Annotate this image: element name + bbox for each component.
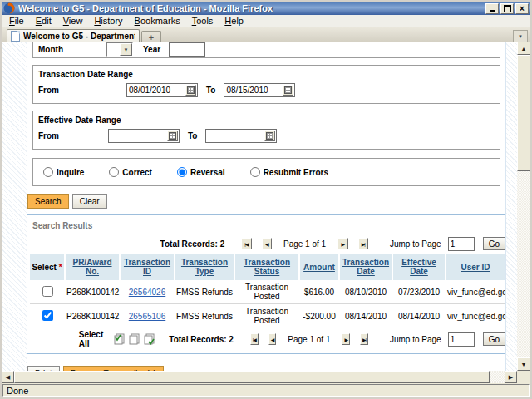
cell-select [30, 280, 65, 304]
menu-item-view[interactable]: View [57, 16, 89, 26]
divider [27, 214, 505, 215]
scroll-track[interactable] [490, 371, 505, 383]
mode-section: Inquire Correct Reversal Resubmit Errors [32, 158, 500, 186]
cell-amount: -$200.00 [299, 304, 339, 328]
pagination-top: Total Records: 2 |◀ ◀ Page 1 of 1 ▶ ▶| J… [27, 237, 505, 250]
transaction-from-field [126, 83, 198, 97]
horizontal-scroll-thumb[interactable] [14, 371, 490, 383]
calendar-button[interactable] [167, 131, 178, 141]
deselect-all-icon[interactable] [128, 333, 140, 345]
search-button[interactable]: Search [27, 194, 69, 209]
vertical-scrollbar[interactable]: ▲ ▼ [517, 42, 530, 371]
effective-from-field [108, 129, 180, 143]
clear-button[interactable]: Clear [72, 194, 107, 209]
correct-radio[interactable] [109, 167, 119, 177]
column-header-user-id: User ID [446, 254, 505, 280]
last-page-button[interactable]: ▶| [358, 238, 368, 249]
status-bar: Done [2, 383, 530, 397]
go-button[interactable]: Go [483, 332, 505, 346]
inquire-radio[interactable] [43, 167, 53, 177]
mode-option-resubmit-errors: Resubmit Errors [250, 167, 328, 177]
cell-select [30, 304, 65, 328]
vertical-scroll-thumb[interactable] [517, 55, 530, 171]
jump-to-page-label: Jump to Page [390, 239, 441, 249]
transaction-id-link[interactable]: 26565106 [129, 312, 166, 321]
select-all-on-page-icon[interactable] [113, 333, 126, 345]
column-header-amount: Amount [299, 254, 339, 280]
cell-user-id: viv_func@ed.gov [446, 304, 505, 328]
transaction-to-field [224, 83, 295, 97]
first-page-button[interactable]: |◀ [250, 333, 259, 345]
cell-transaction-status: Transaction Posted [234, 304, 299, 328]
horizontal-scrollbar[interactable]: ◀ ▶ [2, 371, 530, 383]
menu-item-edit[interactable]: Edit [30, 16, 57, 26]
prev-page-button[interactable]: ◀ [262, 238, 272, 249]
total-records-label: Total Records: 2 [169, 335, 234, 344]
scroll-up-icon: ▲ [521, 46, 527, 52]
last-page-button[interactable]: ▶| [360, 333, 368, 345]
fiscal-period-section: Month ▼ Year [32, 42, 500, 58]
next-page-button[interactable]: ▶ [342, 333, 350, 345]
resubmit-errors-radio[interactable] [250, 167, 260, 177]
cell-user-id: viv_func@ed.gov [446, 280, 505, 304]
calendar-icon [284, 86, 292, 94]
row-select-checkbox[interactable] [42, 286, 53, 297]
calendar-button[interactable] [185, 85, 196, 96]
maximize-button[interactable] [500, 3, 514, 14]
menu-item-history[interactable]: History [88, 16, 128, 26]
scroll-down-button[interactable]: ▼ [517, 357, 530, 371]
scroll-left-button[interactable]: ◀ [2, 371, 14, 383]
active-tab[interactable]: Welcome to G5 - Department of Edu... [7, 29, 140, 42]
menu-item-file[interactable]: File [3, 16, 30, 26]
status-text: Done [7, 386, 28, 396]
calendar-button[interactable] [264, 131, 275, 141]
first-page-button[interactable]: |◀ [241, 238, 251, 249]
new-tab-button[interactable]: + [141, 31, 161, 42]
prev-page-button[interactable]: ◀ [268, 333, 277, 345]
resubmit-errors-label: Resubmit Errors [264, 168, 328, 177]
minimize-button[interactable] [485, 3, 499, 14]
close-button[interactable]: × [515, 3, 529, 14]
first-page-icon: |◀ [244, 241, 248, 247]
jump-to-page-input[interactable] [448, 237, 475, 251]
calendar-button[interactable] [283, 85, 293, 96]
scroll-up-button[interactable]: ▲ [517, 42, 530, 55]
effective-from-input[interactable] [109, 131, 167, 140]
scrollbar-corner [517, 371, 530, 383]
next-page-button[interactable]: ▶ [337, 238, 347, 249]
scroll-right-button[interactable]: ▶ [505, 371, 517, 383]
year-label: Year [143, 45, 160, 54]
cell-transaction-type: FMSS Refunds [175, 304, 234, 328]
cell-transaction-status: Transaction Posted [234, 280, 299, 304]
transaction-to-input[interactable] [224, 86, 283, 95]
cell-transaction-date: 08/10/2010 [339, 280, 392, 304]
page-icon [11, 31, 20, 42]
year-input[interactable] [169, 42, 205, 57]
jump-to-page-input[interactable] [448, 332, 475, 347]
effective-to-input[interactable] [206, 131, 264, 140]
list-tabs-button[interactable]: ▼ [513, 30, 528, 42]
calendar-icon [169, 132, 176, 140]
table-header-row: Select * PR/Award No. Transaction ID Tra… [30, 254, 505, 280]
chevron-down-icon: ▼ [120, 43, 132, 56]
table-row: P268K100142 26564026 FMSS Refunds Transa… [30, 280, 505, 304]
go-button[interactable]: Go [483, 237, 505, 250]
column-header-transaction-status: Transaction Status [234, 254, 299, 280]
calendar-icon [187, 86, 195, 94]
scroll-left-icon: ◀ [6, 374, 10, 381]
menu-item-bookmarks[interactable]: Bookmarks [129, 16, 186, 26]
correct-label: Correct [122, 168, 152, 177]
transaction-from-input[interactable] [127, 86, 185, 95]
month-select[interactable]: ▼ [106, 42, 133, 57]
reversal-radio[interactable] [177, 167, 187, 177]
menu-item-tools[interactable]: Tools [186, 16, 219, 26]
menu-item-help[interactable]: Help [219, 16, 249, 26]
select-all-pages-icon[interactable] [143, 333, 155, 345]
mode-option-inquire: Inquire [43, 167, 84, 177]
total-records-label: Total Records: 2 [160, 239, 225, 249]
transaction-id-link[interactable]: 26564026 [129, 288, 166, 297]
table-row: P268K100142 26565106 FMSS Refunds Transa… [30, 304, 505, 328]
row-select-checkbox[interactable] [42, 310, 53, 321]
browser-window: Welcome to G5 - Department of Education … [0, 0, 532, 399]
page-status: Page 1 of 1 [283, 239, 326, 249]
